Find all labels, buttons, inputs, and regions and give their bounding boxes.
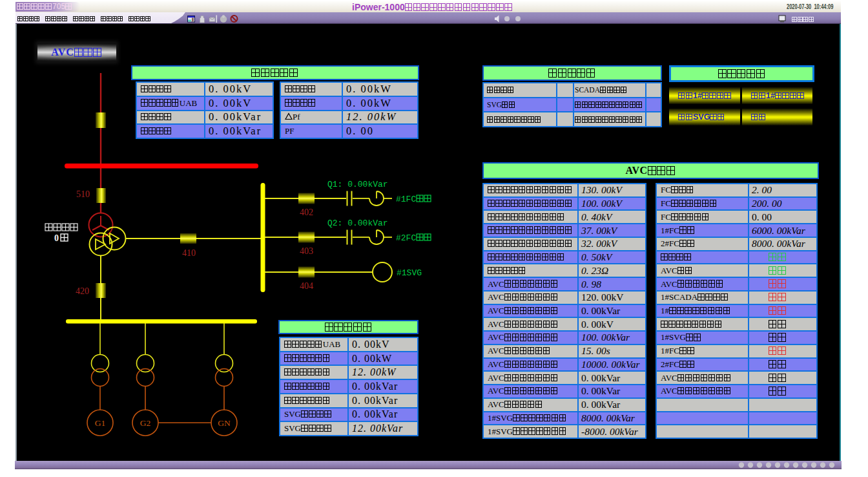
svg-text:#1FC: #1FC (396, 195, 416, 204)
svg-text:GN: GN (218, 418, 231, 428)
svg-text:403: 403 (300, 246, 313, 256)
svg-text:Q2: 0.00kVar: Q2: 0.00kVar (327, 218, 388, 228)
svg-text:402: 402 (300, 207, 313, 217)
svg-text:G1: G1 (95, 418, 106, 428)
svg-text:#1SVG: #1SVG (397, 268, 422, 278)
svg-text:510: 510 (76, 189, 90, 199)
svg-text:#2FC: #2FC (396, 233, 416, 243)
svg-text:404: 404 (300, 281, 313, 291)
svg-text:420: 420 (76, 286, 89, 296)
svg-text:Q1: 0.00kVar: Q1: 0.00kVar (327, 180, 388, 189)
svg-text:G2: G2 (140, 418, 151, 428)
svg-text:410: 410 (182, 248, 196, 258)
svg-text:0: 0 (54, 233, 59, 243)
